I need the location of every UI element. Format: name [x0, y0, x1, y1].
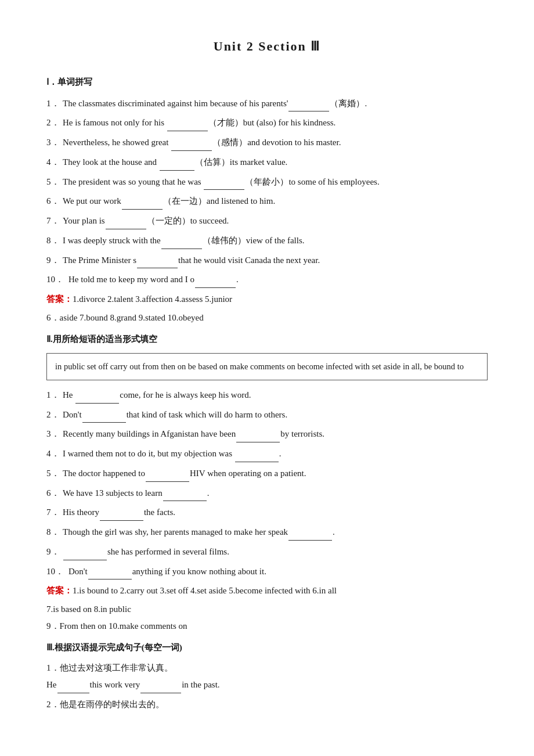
- question-1: 1． The classmates discriminated against …: [46, 96, 488, 112]
- question-7: 7． Your plan is（一定的）to succeed.: [46, 213, 488, 229]
- answer-label-2: 答案：: [46, 586, 73, 595]
- q5-num: 5．: [46, 174, 63, 190]
- question-4: 4． They look at the house and （估算）its ma…: [46, 154, 488, 171]
- blank-1[interactable]: [288, 111, 329, 111]
- s2-blank-6[interactable]: [163, 501, 207, 501]
- s3-blank-1a[interactable]: [57, 693, 89, 693]
- q3-text: Nevertheless, he showed great （感情）and de…: [63, 135, 341, 151]
- s2-q7-num: 7．: [46, 505, 63, 521]
- q2-text: He is famous not only for his （才能）but (a…: [63, 115, 335, 131]
- q6-text: We put our work（在一边）and listened to him.: [63, 193, 275, 210]
- q3-num: 3．: [46, 135, 63, 151]
- answer-section1-line2: 6．aside 7.bound 8.grand 9.stated 10.obey…: [46, 310, 488, 326]
- answer-content-2c: 9．From then on 10.make comments on: [46, 621, 187, 631]
- section3-heading: Ⅲ.根据汉语提示完成句子(每空一词): [46, 640, 488, 656]
- question-5: 5． The president was so young that he wa…: [46, 174, 488, 190]
- s2-q1-num: 1．: [46, 387, 63, 404]
- s2-blank-2[interactable]: [82, 422, 126, 423]
- blank-2[interactable]: [167, 131, 208, 131]
- q9-text: The Prime Minister sthat he would visit …: [63, 253, 320, 269]
- s2-blank-1[interactable]: [75, 403, 119, 404]
- page-title: Unit 2 Section Ⅲ: [46, 35, 488, 58]
- s2-question-4: 4． I warned them not to do it, but my ob…: [46, 446, 488, 462]
- answer-content-2b: 7.is based on 8.in public: [46, 604, 131, 614]
- s2-question-8: 8． Though the girl was shy, her parents …: [46, 524, 488, 541]
- blank-3[interactable]: [171, 150, 212, 151]
- s2-question-3: 3． Recently many buildings in Afganistan…: [46, 426, 488, 442]
- answer-section1-line1: 答案：1.divorce 2.talent 3.affection 4.asse…: [46, 291, 488, 308]
- blank-9[interactable]: [137, 268, 178, 268]
- s2-q2-text: Don'tthat kind of task which will do har…: [63, 407, 287, 423]
- s2-q2-num: 2．: [46, 407, 63, 423]
- s2-question-10: 10． Don'tanything if you know nothing ab…: [46, 564, 488, 580]
- blank-10[interactable]: [195, 287, 236, 288]
- question-2: 2． He is famous not only for his （才能）but…: [46, 115, 488, 131]
- q4-text: They look at the house and （估算）its marke…: [63, 154, 287, 171]
- s2-question-2: 2． Don'tthat kind of task which will do …: [46, 407, 488, 423]
- q5-text: The president was so young that he was （…: [63, 174, 380, 190]
- s2-q5-text: The doctor happened toHIV when operating…: [63, 466, 306, 482]
- q4-num: 4．: [46, 154, 63, 171]
- section-1: Ⅰ．单词拼写 1． The classmates discriminated a…: [46, 74, 488, 326]
- q6-num: 6．: [46, 193, 63, 210]
- q9-num: 9．: [46, 253, 63, 269]
- s2-question-7: 7． His theorythe facts.: [46, 505, 488, 521]
- s2-q9-num: 9．: [46, 544, 63, 560]
- q8-num: 8．: [46, 233, 63, 249]
- s2-q3-text: Recently many buildings in Afganistan ha…: [63, 426, 324, 442]
- blank-5[interactable]: [204, 189, 244, 190]
- q10-text: He told me to keep my word and I o.: [68, 272, 239, 288]
- s2-question-9: 9． she has performed in several films.: [46, 544, 488, 560]
- s2-blank-7[interactable]: [100, 520, 143, 521]
- vocab-box: in public set off carry out from then on…: [46, 353, 488, 380]
- s2-blank-10[interactable]: [88, 579, 132, 579]
- s2-q10-num: 10．: [46, 564, 68, 580]
- s2-q3-num: 3．: [46, 426, 63, 442]
- s2-q9-text: she has performed in several films.: [63, 544, 229, 560]
- section2-heading: Ⅱ.用所给短语的适当形式填空: [46, 332, 488, 347]
- s2-question-6: 6． We have 13 subjects to learn.: [46, 485, 488, 502]
- s2-question-5: 5． The doctor happened toHIV when operat…: [46, 466, 488, 482]
- s3-blank-1b[interactable]: [140, 693, 181, 693]
- answer-label-1: 答案：: [46, 294, 73, 304]
- s2-blank-4[interactable]: [235, 462, 279, 462]
- s2-blank-8[interactable]: [288, 540, 332, 541]
- blank-8[interactable]: [161, 249, 202, 249]
- s2-q10-text: Don'tanything if you know nothing about …: [68, 564, 266, 580]
- s2-question-1: 1． He come, for he is always keep his wo…: [46, 387, 488, 404]
- q7-text: Your plan is（一定的）to succeed.: [63, 213, 229, 229]
- s3-q1-chinese: 1．他过去对这项工作非常认真。: [46, 660, 488, 676]
- s3-q2-chinese: 2．他是在雨停的时候出去的。: [46, 697, 488, 712]
- q8-text: I was deeply struck with the（雄伟的）view of…: [63, 233, 305, 249]
- answer-content-1b: 6．aside 7.bound 8.grand 9.stated 10.obey…: [46, 313, 204, 322]
- section-2: Ⅱ.用所给短语的适当形式填空 in public set off carry o…: [46, 332, 488, 634]
- s2-blank-5[interactable]: [146, 481, 189, 482]
- s2-q6-num: 6．: [46, 485, 63, 502]
- s2-q8-num: 8．: [46, 524, 63, 541]
- s2-q7-text: His theorythe facts.: [63, 505, 175, 521]
- q1-num: 1．: [46, 96, 63, 112]
- s3-question-2: 2．他是在雨停的时候出去的。: [46, 697, 488, 712]
- q7-num: 7．: [46, 213, 63, 229]
- answer-content-2a: 1.is bound to 2.carry out 3.set off 4.se…: [73, 586, 337, 595]
- s2-q4-text: I warned them not to do it, but my objec…: [63, 446, 282, 462]
- q2-num: 2．: [46, 115, 63, 131]
- blank-4[interactable]: [160, 170, 194, 171]
- s3-q1-english: Hethis work veryin the past.: [46, 677, 488, 693]
- vocab-box-text: in public set off carry out from then on…: [55, 362, 464, 371]
- s2-q5-num: 5．: [46, 466, 63, 482]
- q1-text: The classmates discriminated against him…: [63, 96, 367, 112]
- s2-q8-text: Though the girl was shy, her parents man…: [63, 524, 335, 541]
- section-3: Ⅲ.根据汉语提示完成句子(每空一词) 1．他过去对这项工作非常认真。 Hethi…: [46, 640, 488, 712]
- question-10: 10． He told me to keep my word and I o.: [46, 272, 488, 288]
- s3-question-1: 1．他过去对这项工作非常认真。 Hethis work veryin the p…: [46, 660, 488, 693]
- question-3: 3． Nevertheless, he showed great （感情）and…: [46, 135, 488, 151]
- s2-q4-num: 4．: [46, 446, 63, 462]
- s2-blank-3[interactable]: [236, 442, 280, 442]
- blank-7[interactable]: [106, 229, 146, 229]
- s2-blank-9[interactable]: [63, 560, 107, 560]
- answer-section2-line1: 答案：1.is bound to 2.carry out 3.set off 4…: [46, 583, 488, 599]
- s2-q1-text: He come, for he is always keep his word.: [63, 387, 251, 404]
- question-9: 9． The Prime Minister sthat he would vis…: [46, 253, 488, 269]
- blank-6[interactable]: [122, 209, 163, 210]
